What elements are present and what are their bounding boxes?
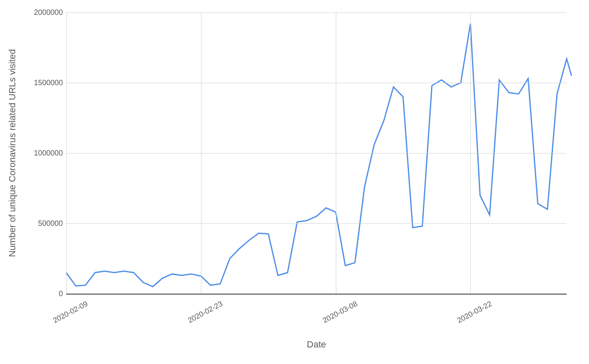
gridline-horizontal xyxy=(66,153,567,153)
line-series xyxy=(66,24,572,287)
plot-area xyxy=(66,12,567,295)
y-tick-label: 2000000 xyxy=(13,8,63,17)
gridline-horizontal xyxy=(66,223,567,224)
x-axis-title: Date xyxy=(307,339,326,350)
y-tick-label: 1500000 xyxy=(13,79,63,87)
gridline-vertical xyxy=(336,12,336,294)
x-tick-label: 2020-03-08 xyxy=(321,299,359,325)
x-tick-label: 2020-02-09 xyxy=(52,299,89,325)
chart-container: Number of unique Coronavirus related URL… xyxy=(0,0,589,364)
y-tick-label: 0 xyxy=(13,290,63,298)
gridline-horizontal xyxy=(66,83,567,83)
gridline-vertical xyxy=(201,12,201,294)
gridline-vertical xyxy=(470,12,471,294)
y-tick-label: 1000000 xyxy=(13,149,63,158)
gridline-vertical xyxy=(66,12,67,294)
gridline-horizontal xyxy=(66,12,567,13)
x-tick-label: 2020-02-23 xyxy=(187,299,224,325)
x-tick-label: 2020-03-22 xyxy=(456,299,493,325)
y-tick-label: 500000 xyxy=(13,219,63,228)
